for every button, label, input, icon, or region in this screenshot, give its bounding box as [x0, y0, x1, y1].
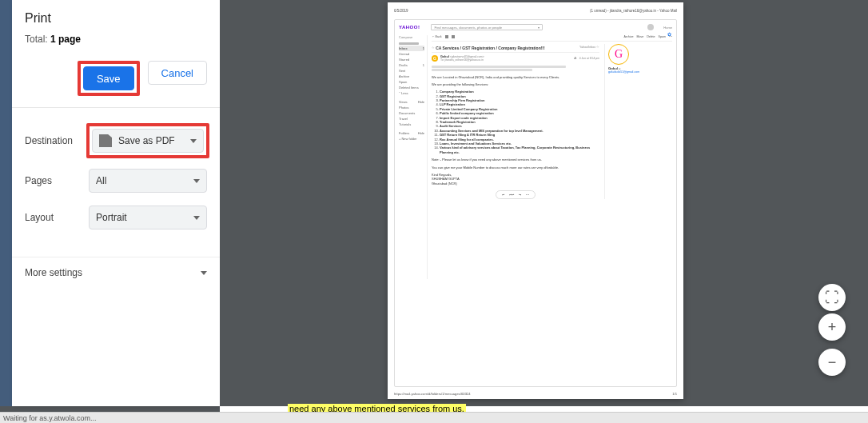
folder-less: ˄ Less: [399, 90, 424, 96]
folder-inbox: Inbox1: [399, 46, 424, 51]
mail-sidebar: Compose Inbox1 Unread Starred Drafts1 Se…: [399, 35, 427, 279]
contact-email: gokulsolo51@gmail.com: [608, 70, 672, 74]
preview-page: 6/5/2019 (1 unread) - jitandra_rathore16…: [388, 2, 683, 399]
chevron-down-icon: [190, 139, 197, 143]
pdf-icon: [99, 134, 112, 147]
save-button[interactable]: Save: [83, 66, 134, 90]
view-tutorials: Tutorials: [399, 122, 424, 127]
folder-deleted: Deleted Items: [399, 85, 424, 90]
destination-label: Destination: [25, 135, 89, 146]
back-button: ← Back: [432, 35, 442, 38]
preview-header-title: (1 unread) - jitandra_rathore16@yahoo.in…: [590, 9, 677, 13]
cancel-button[interactable]: Cancel: [148, 61, 207, 85]
settings-icon: ✿: [667, 31, 671, 37]
printer-icon: 🖶: [574, 57, 577, 60]
reply-actions: ↩ ↩↩ ↪ ⋯: [496, 190, 536, 199]
print-dialog: Print Total: 1 page Save Cancel Destinat…: [12, 0, 220, 406]
email-body: We are Located in Ghaziabad (NCR), India…: [432, 75, 599, 186]
folder-tag: Yahoo/Inbox ☆: [579, 46, 599, 49]
view-travel: Travel: [399, 116, 424, 122]
preview-footer-page: 1/1: [672, 392, 677, 396]
contact-avatar: G: [608, 44, 629, 65]
view-documents: Documents: [399, 110, 424, 116]
email-date: 4 Jun at 6:54 pm: [579, 57, 599, 60]
print-total: Total: 1 page: [25, 34, 207, 45]
folder-drafts: Drafts1: [399, 62, 424, 68]
pages-select[interactable]: All: [89, 169, 207, 193]
folder-archive: Archive: [399, 74, 424, 79]
reply-all-icon: ↩↩: [509, 193, 514, 197]
layout-select[interactable]: Portrait: [89, 206, 207, 229]
email-subject: CA Services / GST Registration / Company…: [436, 46, 545, 50]
print-preview-area: 6/5/2019 (1 unread) - jitandra_rathore16…: [220, 0, 868, 406]
pages-label: Pages: [25, 175, 89, 186]
preview-footer-url: https://mail.yahoo.com/d/folders/1/messa…: [394, 392, 471, 396]
home-link: Home: [663, 26, 672, 30]
folder-unread: Unread: [399, 51, 424, 57]
views-header: ViewsHide: [399, 99, 424, 105]
layout-label: Layout: [25, 212, 89, 223]
yahoo-logo: YAHOO!: [399, 25, 420, 30]
reply-icon: ↩: [502, 193, 504, 197]
chevron-down-icon: [201, 271, 207, 275]
print-title: Print: [25, 11, 207, 26]
spam-button: Spam: [659, 35, 666, 38]
square-icon: [445, 35, 448, 38]
chevron-down-icon: ▾: [538, 26, 540, 30]
mail-body-pane: ← Back Archive Move Delete Spam ⋯: [427, 35, 672, 279]
move-button: Move: [636, 35, 643, 38]
more-icon: ⋯: [526, 193, 529, 197]
zoom-out-button[interactable]: −: [818, 349, 846, 376]
folder-starred: Starred: [399, 57, 424, 62]
destination-select[interactable]: Save as PDF: [92, 129, 204, 153]
zoom-in-button[interactable]: +: [818, 313, 846, 341]
forward-icon: ↪: [519, 193, 521, 197]
chevron-down-icon: [193, 216, 200, 220]
highlight-destination: Save as PDF: [86, 123, 209, 158]
more-settings-toggle[interactable]: More settings: [12, 257, 220, 288]
browser-edge-strip: [0, 0, 12, 406]
mail-search-input: Find messages, documents, photos or peop…: [431, 24, 543, 30]
recipient: To: jitandra_rathore16@yahoo.co.in: [440, 58, 484, 62]
mail-toolbar: ← Back Archive Move Delete Spam ⋯: [432, 35, 672, 42]
folder-spam: Spam: [399, 79, 424, 85]
folders-header: FoldersHide: [399, 130, 424, 136]
view-photos: Photos: [399, 105, 424, 110]
preview-header-date: 6/5/2019: [394, 9, 408, 13]
sender-avatar: G: [432, 55, 438, 62]
delete-button: Delete: [647, 35, 655, 38]
chevron-down-icon: [193, 179, 200, 183]
new-folder: + New folder: [399, 136, 424, 142]
compose-button: Compose: [399, 35, 424, 39]
fit-page-button[interactable]: ⛶: [818, 284, 846, 311]
yahoo-mail-shell: ✿ YAHOO! Find messages, documents, photo…: [394, 19, 677, 387]
square-icon: [452, 35, 455, 38]
user-avatar-icon: [647, 24, 654, 30]
archive-button: Archive: [623, 35, 633, 38]
browser-status-bar: Waiting for as.y.atwola.com...: [0, 412, 868, 423]
highlight-save: Save: [78, 61, 140, 96]
folder-sent: Sent: [399, 68, 424, 74]
contact-panel: G Gokul ⌕ gokulsolo51@gmail.com: [604, 44, 672, 199]
